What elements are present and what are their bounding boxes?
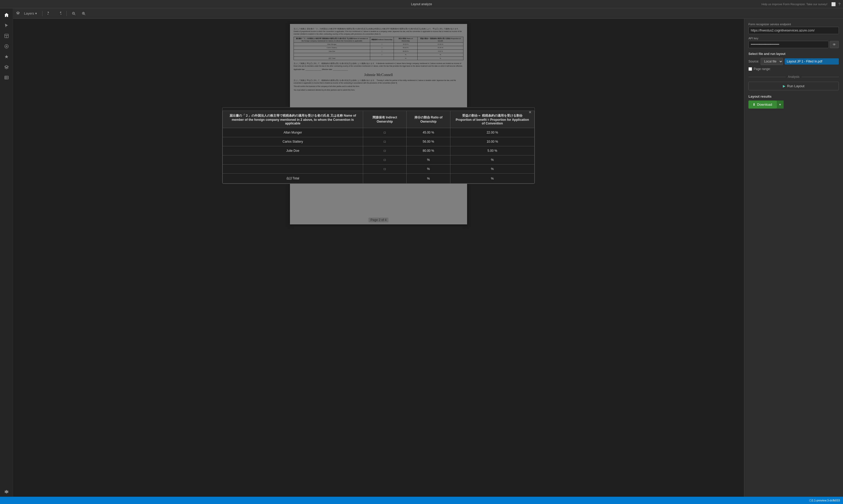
question-icon[interactable]: ?: [838, 2, 840, 6]
modal-cell-name-2: Julie Doe: [223, 146, 363, 156]
modal-cell-ratio-2: 80.00 %: [407, 146, 451, 156]
modal-table-row: 合計Total%%: [223, 174, 534, 183]
sidebar-item-home[interactable]: [2, 11, 11, 20]
right-panel: 📄 Layout Form recognizer service endpoin…: [744, 8, 843, 497]
svg-rect-6: [5, 76, 8, 79]
modal-cell-benefit-2: 5.00 %: [450, 146, 534, 156]
modal-cell-indirect-3: □: [363, 156, 407, 164]
version-text: 2.1-preview.3-dcfb033: [812, 499, 840, 502]
modal-cell-benefit-5: %: [450, 174, 534, 183]
modal-col-benefit: 受益の割合＝ 税税条約の適用を受ける割合 Proportion of benef…: [450, 111, 534, 128]
titlebar-icons: ⬜ ?: [831, 2, 840, 6]
results-title: Layout results: [749, 94, 839, 98]
layers-icon: [16, 11, 20, 16]
modal-cell-name-4: [223, 164, 363, 174]
modal-cell-indirect-4: □: [363, 164, 407, 174]
modal-header: ×: [223, 108, 534, 111]
file-source-row: Source: Local file URL Layout JP 1 - Fil…: [749, 58, 839, 65]
modal-overlay: × 届出書の「２」の外国法人の株主等で税税条約の適用を受ける者の氏名 又は名称 …: [13, 19, 744, 497]
modal-cell-benefit-3: %: [450, 156, 534, 164]
modal-cell-ratio-3: %: [407, 156, 451, 164]
zoom-out-btn[interactable]: [70, 11, 77, 16]
modal-cell-indirect-5: [363, 174, 407, 183]
download-dropdown-icon: ▾: [779, 103, 781, 107]
analysis-label: Analysis: [788, 75, 800, 78]
svg-line-16: [84, 14, 85, 15]
layers-label-btn[interactable]: Layers ▾: [22, 11, 39, 16]
page-range-label: Page range:: [754, 67, 771, 71]
page-range-checkbox[interactable]: [749, 67, 752, 71]
modal-cell-benefit-4: %: [450, 164, 534, 174]
redo-btn[interactable]: [55, 11, 63, 16]
modal-cell-ratio-0: 45.00 %: [407, 128, 451, 137]
titlebar: Layout analyze Help us improve Form Reco…: [0, 0, 843, 8]
monitor-icon[interactable]: ⬜: [831, 2, 836, 6]
modal-table-row: Allan Munger□45.00 %22.00 %: [223, 128, 534, 137]
modal-cell-name-0: Allan Munger: [223, 128, 363, 137]
modal-table: 届出書の「２」の外国法人の株主等で税税条約の適用を受ける者の氏名 又は名称 Na…: [223, 111, 534, 183]
sidebar-item-table[interactable]: [2, 73, 11, 82]
sidebar-item-tag[interactable]: [2, 42, 11, 51]
select-file-title: Select file and run layout: [749, 52, 839, 56]
sidebar: [0, 8, 13, 497]
modal-cell-name-5: 合計Total: [223, 174, 363, 183]
modal-cell-name-1: Carlos Slattery: [223, 137, 363, 146]
download-btn[interactable]: ⬇ Download: [749, 101, 776, 109]
download-icon: ⬇: [753, 103, 755, 107]
modal-col-name: 届出書の「２」の外国法人の株主等で税税条約の適用を受ける者の氏名 又は名称 Na…: [223, 111, 363, 128]
modal-cell-name-3: [223, 156, 363, 164]
toolbar-sep-1: [42, 11, 42, 16]
modal-table-body: Allan Munger□45.00 %22.00 %Carlos Slatte…: [223, 128, 534, 183]
api-key-label: API key: [749, 37, 839, 40]
page-range-row: Page range:: [749, 67, 839, 71]
api-key-input[interactable]: [749, 41, 829, 48]
modal-cell-indirect-2: □: [363, 146, 407, 156]
download-dropdown-btn[interactable]: ▾: [776, 101, 784, 109]
modal-table-row: Carlos Slattery□56.00 %10.00 %: [223, 137, 534, 146]
app-title: Layout analyze: [411, 2, 432, 6]
download-row: ⬇ Download ▾: [749, 101, 839, 109]
svg-line-12: [74, 14, 75, 15]
modal-table-row: Julie Doe□80.00 %5.00 %: [223, 146, 534, 156]
help-text: Help us improve Form Recognizer. Take ou…: [761, 3, 827, 6]
sidebar-item-layers[interactable]: [2, 62, 11, 72]
modal-cell-ratio-4: %: [407, 164, 451, 174]
api-key-toggle-btn[interactable]: 👁: [830, 41, 839, 48]
modal-cell-indirect-1: □: [363, 137, 407, 146]
sidebar-item-cursor[interactable]: [2, 21, 11, 30]
endpoint-input[interactable]: [749, 27, 839, 34]
modal-dialog: × 届出書の「２」の外国法人の株主等で税税条約の適用を受ける者の氏名 又は名称 …: [222, 107, 535, 184]
select-file-heading: Select file and run layout: [749, 52, 786, 56]
modal-cell-indirect-0: □: [363, 128, 407, 137]
modal-col-indirect: 間接保有 Indirect Ownership: [363, 111, 407, 128]
modal-table-row: □%%: [223, 164, 534, 174]
sidebar-item-settings-bottom[interactable]: [2, 487, 11, 497]
modal-table-row: □%%: [223, 156, 534, 164]
source-select[interactable]: Local file URL: [761, 58, 783, 65]
sidebar-item-star[interactable]: [2, 52, 11, 61]
sidebar-item-layout[interactable]: [2, 31, 11, 41]
modal-cell-ratio-1: 56.00 %: [407, 137, 451, 146]
version-label: ⬡: [809, 499, 812, 502]
layers-label: Layers: [24, 12, 34, 15]
undo-btn[interactable]: [46, 11, 53, 16]
run-layout-btn[interactable]: ▶ Run Layout: [749, 82, 839, 90]
modal-cell-benefit-0: 22.00 %: [450, 128, 534, 137]
file-name-box: Layout JP 1 - Filled In.pdf: [785, 58, 839, 65]
modal-cell-benefit-1: 10.00 %: [450, 137, 534, 146]
modal-col-ratio: 持分の割合 Ratio of Ownership: [407, 111, 451, 128]
run-layout-label: Run Layout: [787, 84, 805, 88]
toolbar: Layers ▾: [13, 8, 843, 19]
analysis-divider: Analysis: [749, 75, 839, 78]
zoom-in-btn[interactable]: [80, 11, 88, 16]
modal-cell-ratio-5: %: [407, 174, 451, 183]
run-icon: ▶: [783, 84, 786, 88]
modal-close-btn[interactable]: ×: [529, 110, 531, 115]
download-label: Download: [757, 103, 772, 107]
modal-table-header-row: 届出書の「２」の外国法人の株主等で税税条約の適用を受ける者の氏名 又は名称 Na…: [223, 111, 534, 128]
source-label: Source:: [749, 60, 759, 63]
endpoint-label: Form recognizer service endpoint: [749, 23, 839, 26]
statusbar: ⬡ 2.1-preview.3-dcfb033: [0, 497, 843, 504]
api-key-row: 👁: [749, 41, 839, 48]
layers-dropdown-icon: ▾: [35, 12, 37, 15]
